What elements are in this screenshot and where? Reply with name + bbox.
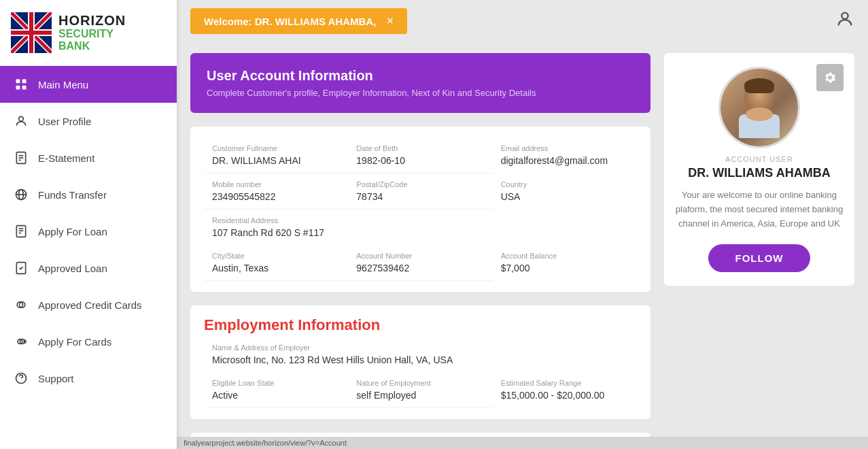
sidebar-item-apply-for-cards-label: Apply For Cards (38, 336, 111, 348)
svg-rect-10 (16, 80, 20, 84)
globe-icon (14, 187, 29, 202)
address-value: 107 Ranch Rd 620 S #117 (212, 227, 629, 238)
salary-value: $15,000.00 - $20,000.00 (501, 390, 629, 401)
account-balance-value: $7,000 (501, 263, 629, 273)
sidebar-item-support[interactable]: Support (0, 360, 177, 397)
sidebar-item-main-menu[interactable]: Main Menu (0, 66, 177, 103)
gear-button[interactable] (816, 64, 844, 91)
topbar-user-icon[interactable] (835, 10, 854, 33)
account-balance-field: Account Balance $7,000 (493, 245, 637, 281)
logo-horizon: HORIZON (58, 13, 126, 28)
account-user-label: ACCOUNT USER (725, 155, 793, 163)
svg-rect-40 (744, 82, 774, 93)
employment-section: Employment Information Name & Address of… (190, 305, 650, 419)
sidebar-item-apply-for-cards[interactable]: Apply For Cards (0, 323, 177, 360)
sidebar: HORIZON SECURITY BANK Main Menu User Pro… (0, 0, 177, 449)
loan-state-value: Active (212, 390, 340, 401)
postal-field: Postal/ZipCode 78734 (348, 173, 492, 210)
user-details-grid-top: Customer Fullname DR. WILLIAMS AHAI Date… (204, 137, 637, 173)
sidebar-item-user-profile[interactable]: User Profile (0, 103, 177, 139)
country-label: Country (501, 180, 629, 188)
sidebar-item-approved-loan[interactable]: Approved Loan (0, 250, 177, 286)
sidebar-item-approved-credit-cards-label: Approved Credit Cards (38, 299, 142, 311)
sidebar-item-main-menu-label: Main Menu (38, 79, 88, 90)
user-icon (14, 114, 29, 129)
sidebar-item-e-statement[interactable]: E-Statement (0, 139, 177, 176)
mobile-field: Mobile number 234905545822 (204, 173, 348, 210)
city-state-label: City/State (212, 252, 340, 260)
account-balance-label: Account Balance (501, 252, 629, 260)
welcome-text: Welcome: DR. WILLIAMS AHAMBA, (204, 16, 376, 27)
url-text: finalyearproject.website/horizon/view/?v… (184, 439, 347, 447)
profile-description: Your are welcome to our online banking p… (675, 188, 844, 231)
account-info-heading: User Account Information (207, 68, 634, 84)
salary-field: Estimated Salary Range $15,000.00 - $20,… (493, 372, 637, 408)
svg-rect-13 (22, 86, 27, 90)
url-bar: finalyearproject.website/horizon/view/?v… (177, 437, 868, 449)
logo-flag-icon (11, 12, 52, 53)
follow-button[interactable]: FOLLOW (708, 244, 811, 272)
email-field: Email address digitalforest4@gmail.com (493, 137, 637, 173)
city-state-value: Austin, Texas (212, 263, 340, 273)
email-value: digitalforest4@gmail.com (501, 155, 629, 166)
employment-heading: Employment Information (204, 316, 637, 334)
loan-apply-icon (14, 224, 29, 239)
country-field: Country USA (493, 173, 637, 210)
city-state-field: City/State Austin, Texas (204, 245, 348, 281)
account-info-card: User Account Information Complete Custom… (190, 53, 650, 113)
profile-name: DR. WILLIAMS AHAMBA (688, 166, 830, 180)
account-number-label: Account Number (356, 252, 484, 260)
profile-avatar (718, 67, 800, 148)
account-info-subtext: Complete Customer's profile, Employer In… (207, 88, 634, 98)
mobile-label: Mobile number (212, 180, 340, 188)
country-value: USA (501, 191, 629, 202)
form-panel: User Account Information Complete Custom… (190, 53, 650, 426)
mobile-value: 234905545822 (212, 191, 340, 202)
sidebar-item-apply-for-loan[interactable]: Apply For Loan (0, 213, 177, 250)
svg-rect-9 (11, 31, 52, 35)
postal-value: 78734 (356, 191, 484, 202)
sidebar-item-approved-credit-cards[interactable]: Approved Credit Cards (0, 286, 177, 323)
sidebar-item-apply-for-loan-label: Apply For Loan (38, 226, 107, 237)
svg-point-35 (841, 13, 848, 19)
customer-fullname-label: Customer Fullname (212, 144, 340, 152)
credit-card-icon (14, 297, 29, 312)
logo-area: HORIZON SECURITY BANK (0, 0, 177, 66)
svg-point-14 (19, 116, 24, 121)
nature-value: self Employed (356, 390, 484, 401)
topbar: Welcome: DR. WILLIAMS AHAMBA, × (177, 0, 868, 42)
employer-value: Microsoft Inc, No. 123 Rd West Hills Uni… (212, 354, 629, 365)
user-details-address-row: Residential Address 107 Ranch Rd 620 S #… (204, 210, 637, 245)
sidebar-item-user-profile-label: User Profile (38, 116, 91, 127)
employer-label: Name & Address of Employer (212, 344, 629, 352)
svg-point-34 (21, 381, 22, 382)
sidebar-item-funds-transfer[interactable]: Funds Transfer (0, 176, 177, 213)
employer-field: Name & Address of Employer Microsoft Inc… (204, 337, 637, 372)
grid-icon (14, 77, 29, 92)
nature-label: Nature of Employment (356, 379, 484, 387)
profile-avatar-image (721, 69, 798, 146)
address-field: Residential Address 107 Ranch Rd 620 S #… (204, 210, 637, 245)
nature-field: Nature of Employment self Employed (348, 372, 492, 408)
loan-state-label: Eligible Loan State (212, 379, 340, 387)
sidebar-item-funds-transfer-label: Funds Transfer (38, 189, 107, 201)
postal-label: Postal/ZipCode (356, 180, 484, 188)
date-of-birth-field: Date of Birth 1982-06-10 (348, 137, 492, 173)
svg-rect-11 (22, 80, 27, 84)
loan-state-field: Eligible Loan State Active (204, 372, 348, 408)
welcome-banner: Welcome: DR. WILLIAMS AHAMBA, × (190, 8, 407, 34)
account-number-value: 9627539462 (356, 263, 484, 273)
support-icon (14, 371, 29, 386)
date-of-birth-label: Date of Birth (356, 144, 484, 152)
account-number-field: Account Number 9627539462 (348, 245, 492, 281)
logo-text: HORIZON SECURITY BANK (58, 13, 126, 52)
user-details-section: Customer Fullname DR. WILLIAMS AHAI Date… (190, 127, 650, 292)
svg-point-38 (746, 107, 773, 121)
sidebar-item-e-statement-label: E-Statement (38, 152, 94, 164)
welcome-close-button[interactable]: × (387, 15, 393, 27)
logo-security: SECURITY (58, 28, 126, 40)
apply-cards-icon (14, 334, 29, 349)
sidebar-item-approved-loan-label: Approved Loan (38, 263, 107, 274)
logo-bank: BANK (58, 40, 126, 52)
user-details-grid-bottom: City/State Austin, Texas Account Number … (204, 245, 637, 281)
